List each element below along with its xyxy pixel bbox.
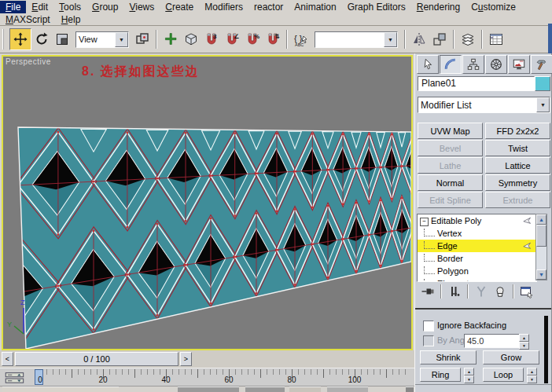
toolbar-separator	[513, 284, 514, 299]
pin-stack-icon[interactable]	[418, 284, 437, 299]
next-frame-button[interactable]: >	[180, 352, 192, 366]
menu-help[interactable]: Help	[56, 13, 86, 26]
by-angle-field[interactable]: 45.0	[464, 334, 521, 348]
curve-editor-icon[interactable]	[486, 29, 506, 49]
stack-item-editable-poly[interactable]: −Editable Poly	[418, 214, 536, 227]
modifier-list-dropdown[interactable]: Modifier List ▼	[418, 97, 550, 113]
tab-utilities[interactable]	[531, 55, 552, 74]
perspective-viewport[interactable]: ZY Perspective 8. 选择如图这些边	[2, 55, 413, 350]
menu-edit[interactable]: Edit	[26, 1, 53, 13]
show-end-result-icon[interactable]	[445, 284, 464, 299]
collapse-icon[interactable]: −	[420, 218, 429, 226]
snap-angle-icon[interactable]: ∠	[222, 29, 242, 49]
modifier-button-lattice[interactable]: Lattice	[485, 157, 550, 174]
modifier-button-bevel: Bevel	[418, 140, 483, 156]
chevron-down-icon[interactable]: ▼	[115, 32, 128, 47]
menu-animation[interactable]: Animation	[289, 1, 341, 13]
time-slider[interactable]: 0 / 100	[15, 352, 178, 366]
select-and-manipulate-icon[interactable]	[160, 29, 181, 49]
open-mini-curve-editor-icon[interactable]	[5, 372, 25, 386]
menu-rendering[interactable]: Rendering	[411, 1, 466, 13]
scroll-down-icon[interactable]: ▼	[536, 269, 546, 280]
trackbar-label-60: 60	[224, 376, 233, 384]
menu-create[interactable]: Create	[160, 1, 199, 13]
modifier-button-extrude: Extrude	[485, 192, 550, 208]
loop-spinner[interactable]: ▲▼	[527, 368, 537, 382]
remove-modifier-icon[interactable]	[491, 284, 510, 299]
object-color-swatch[interactable]	[535, 76, 550, 91]
track-bar[interactable]: 020406080100	[0, 368, 414, 387]
ring-button[interactable]: Ring	[420, 368, 461, 382]
tab-display[interactable]	[508, 55, 530, 74]
editable-poly-mesh: ZY	[3, 57, 411, 349]
modifier-button-symmetry[interactable]: Symmetry	[485, 174, 550, 191]
ring-spinner[interactable]: ▲▼	[464, 368, 474, 382]
select-and-rotate-icon[interactable]	[31, 29, 52, 49]
menu-tools[interactable]: Tools	[53, 1, 86, 13]
edit-named-selections-icon[interactable]: { }ABC	[291, 29, 311, 49]
status-bar-sliver	[0, 387, 414, 392]
menu-reactor[interactable]: reactor	[248, 1, 289, 13]
named-selection-sets-dropdown[interactable]: ▼	[315, 31, 398, 48]
stack-scrollbar[interactable]: ▲ ▼	[535, 214, 547, 280]
stack-item-element[interactable]: Element	[418, 277, 536, 282]
stack-item-polygon[interactable]: Polygon	[418, 265, 536, 277]
mirror-icon[interactable]	[409, 29, 429, 49]
modifier-button-ffd-2x2x2[interactable]: FFD 2x2x2	[485, 123, 550, 139]
previous-frame-button[interactable]: <	[2, 352, 13, 366]
tab-modify[interactable]	[440, 55, 462, 74]
grow-button[interactable]: Grow	[483, 350, 539, 365]
shrink-button[interactable]: Shrink	[420, 350, 477, 365]
spinner-up-icon[interactable]: ▲	[464, 368, 474, 376]
tab-hierarchy[interactable]	[462, 55, 484, 74]
by-angle-row: By Angle: 45.0 ▲▼	[415, 334, 551, 348]
select-and-move-icon[interactable]	[9, 28, 31, 50]
stack-item-vertex[interactable]: Vertex	[418, 227, 536, 240]
select-and-uniform-scale-icon[interactable]	[52, 29, 72, 49]
toolbar-grip[interactable]	[2, 29, 7, 49]
modifier-button-uvw-map[interactable]: UVW Map	[418, 123, 483, 139]
scroll-up-icon[interactable]: ▲	[536, 214, 546, 225]
stack-item-border[interactable]: Border	[418, 252, 536, 265]
status-bar-fragment	[2, 387, 119, 392]
ignore-backfacing-checkbox[interactable]	[423, 321, 434, 332]
menu-maxscript[interactable]: MAXScript	[0, 13, 56, 26]
spinner-up-icon[interactable]: ▲	[519, 334, 529, 342]
chevron-down-icon[interactable]: ▼	[536, 97, 550, 112]
chevron-down-icon[interactable]: ▼	[384, 32, 397, 47]
align-icon[interactable]	[429, 29, 450, 49]
menu-views[interactable]: Views	[123, 1, 160, 13]
object-name-field[interactable]: Plane01	[418, 76, 535, 91]
menu-file[interactable]: File	[0, 1, 26, 13]
snap-3d-icon[interactable]: 3	[201, 29, 222, 49]
toolbar-separator	[156, 30, 157, 49]
snap-percent-icon[interactable]: %	[242, 29, 263, 49]
snap-cube-icon[interactable]	[181, 29, 201, 49]
use-pivot-point-center-icon[interactable]	[132, 29, 153, 49]
reference-coordinate-system-dropdown[interactable]: View▼	[75, 31, 129, 48]
shrink-grow-row: Shrink Grow	[415, 350, 551, 365]
stack-item-edge[interactable]: Edge	[418, 240, 536, 252]
tab-motion[interactable]	[485, 55, 507, 74]
loop-button[interactable]: Loop	[483, 368, 524, 382]
snap-spinner-icon[interactable]: ⇅	[263, 29, 283, 49]
main-toolbar: View▼3∠%⇅{ }ABC▼	[0, 26, 552, 53]
scroll-thumb[interactable]	[536, 225, 546, 247]
svg-text:ABC: ABC	[295, 42, 304, 47]
modifier-button-normal[interactable]: Normal	[418, 174, 483, 191]
spinner-down-icon[interactable]: ▼	[527, 376, 537, 383]
modifier-button-twist[interactable]: Twist	[485, 140, 550, 156]
spinner-up-icon[interactable]: ▲	[527, 368, 537, 376]
menu-graph-editors[interactable]: Graph Editors	[342, 1, 411, 13]
modifier-stack-list: −Editable PolyVertexEdgeBorderPolygonEle…	[417, 214, 537, 282]
menu-modifiers[interactable]: Modifiers	[199, 1, 248, 13]
menu-group[interactable]: Group	[86, 1, 123, 13]
spinner-down-icon[interactable]: ▼	[519, 342, 529, 350]
spinner-down-icon[interactable]: ▼	[464, 376, 474, 383]
menu-customize[interactable]: Customize	[466, 1, 521, 13]
configure-modifier-sets-icon[interactable]	[517, 284, 536, 299]
by-angle-spinner[interactable]: ▲▼	[519, 334, 529, 348]
layer-manager-icon[interactable]	[458, 29, 478, 49]
tab-create[interactable]	[417, 55, 439, 74]
viewport-label[interactable]: Perspective	[6, 57, 51, 66]
